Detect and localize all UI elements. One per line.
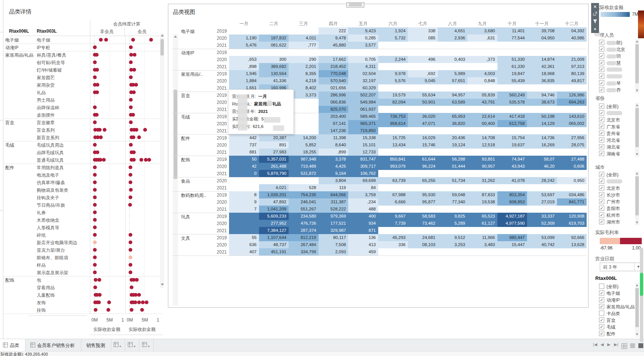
heatmap-cell[interactable] [497,106,527,113]
heatmap-cell[interactable]: 9,512 [438,234,468,241]
heatmap-cell[interactable]: 551,267 [289,206,319,213]
checkbox-icon[interactable]: ✓ [599,74,604,79]
data-dot[interactable] [131,38,135,42]
data-dot[interactable] [130,285,133,289]
heatmap-cell[interactable] [408,149,438,156]
data-dot[interactable] [94,278,97,282]
filter-item[interactable]: ✓ 湖州市 [595,218,640,225]
prev-record-icon[interactable]: ◀ [601,342,604,347]
data-dot[interactable] [93,255,97,259]
checkbox-icon[interactable]: ✓ [599,67,604,72]
data-dot[interactable] [93,225,97,229]
last-record-icon[interactable]: ▶| [614,342,618,347]
heatmap-cell[interactable]: 27,488 [557,156,587,163]
filter-item[interactable]: ✓ 北京 [595,46,640,53]
heatmap-cell[interactable] [229,227,259,234]
heatmap-cell[interactable]: 69,699 [348,177,378,184]
presentation-view-icon[interactable] [638,343,643,348]
heatmap-cell[interactable] [557,84,587,92]
heatmap-cell[interactable] [527,42,557,49]
heatmap-cell[interactable] [229,220,259,227]
heatmap-cell[interactable]: 63,739 [378,177,408,184]
heatmap-cell[interactable]: 16,029 [408,134,438,141]
heatmap-cell[interactable]: 39,708 [527,27,557,35]
heatmap-cell[interactable]: 94,746 [527,92,557,99]
left-panel-scrollbar[interactable] [160,33,164,288]
heatmap-cell[interactable]: 9,478 [319,35,349,42]
data-dot[interactable] [129,255,132,259]
heatmap-cell[interactable]: 0,285 [348,35,378,42]
heatmap-cell[interactable] [438,106,468,113]
checkbox-icon[interactable]: ✓ [599,87,604,92]
heatmap-cell[interactable]: 53,099 [527,234,557,241]
data-dot[interactable] [135,278,139,282]
heatmap-cell[interactable]: 891 [259,141,289,149]
data-dot[interactable] [130,308,133,312]
heatmap-cell[interactable]: 42,361 [527,63,557,70]
heatmap-cell[interactable]: ,777 [289,42,319,49]
data-dot[interactable] [93,188,97,192]
data-dot[interactable] [96,83,99,87]
heatmap-cell[interactable] [229,184,259,191]
heatmap-cell[interactable]: 17,662 [319,56,349,63]
filter-item[interactable]: ✓ 湖北省 [595,143,640,150]
heatmap-cell[interactable]: 442 [229,134,259,141]
heatmap-cell[interactable] [438,149,468,156]
heatmap-cell[interactable]: 187,832 [259,35,289,42]
filter-item[interactable]: ✓ 广州市 [595,198,640,205]
heatmap-cell[interactable]: 5,476 [229,42,259,49]
heatmap-cell[interactable]: 528 [289,184,319,191]
page-scrollbar-thumb[interactable] [640,273,643,296]
heatmap-cell[interactable] [557,106,587,113]
data-dot[interactable] [95,90,99,94]
heatmap-cell[interactable] [467,248,497,255]
heatmap-cell[interactable]: 287,374 [289,227,319,234]
heatmap-cell[interactable] [378,227,408,234]
heatmap-cell[interactable]: 608,853 [497,198,527,206]
data-dot[interactable] [93,180,97,184]
heatmap-cell[interactable]: 73,462 [408,220,438,227]
heatmap-cell[interactable] [438,127,468,134]
data-dot[interactable] [129,188,133,192]
heatmap-cell[interactable]: 12,733 [348,149,378,156]
filter-item[interactable]: ✓ [595,73,640,80]
filter-item[interactable]: ✓ 北京市 [595,185,640,191]
heatmap-cell[interactable]: 15,101 [348,141,378,149]
heatmap-cell[interactable]: 531,872 [289,170,319,177]
filter-item[interactable]: ✓ 长沙市 [595,191,640,198]
heatmap-cell[interactable] [408,42,438,49]
data-dot[interactable] [103,128,106,132]
heatmap-cell[interactable] [557,127,587,134]
filter-item[interactable]: ✓ 广东省 [595,123,640,130]
heatmap-cell[interactable]: 9 [229,198,259,206]
heatmap-cell[interactable]: 11,398 [319,134,349,141]
date-filter-dropdown[interactable]: 前 3 年 ▼ [600,263,643,271]
heatmap-cell[interactable]: 3,804 [319,177,349,184]
heatmap-cell[interactable]: 400 [348,213,378,220]
heatmap-cell[interactable] [497,206,527,213]
heatmap-cell[interactable] [378,248,408,255]
heatmap-cell[interactable]: 8,640 [319,141,349,149]
heatmap-cell[interactable] [378,127,408,134]
heatmap-cell[interactable] [378,84,408,92]
data-dot[interactable] [93,195,97,199]
filter-item[interactable]: ✓ [595,66,640,73]
checkbox-icon[interactable]: ✓ [599,47,604,52]
data-dot[interactable] [93,45,97,49]
heatmap-cell[interactable] [438,63,468,70]
heatmap-cell[interactable] [259,27,289,35]
heatmap-cell[interactable]: 19,847 [497,70,527,77]
heatmap-cell[interactable]: 40,742 [527,241,557,248]
heatmap-cell[interactable]: 55,439 [497,77,527,84]
heatmap-cell[interactable]: 55 [229,234,259,241]
heatmap-cell[interactable]: ,234 [348,198,378,206]
data-dot[interactable] [96,150,99,154]
data-dot[interactable] [132,90,136,94]
heatmap-cell[interactable]: 329,987 [319,227,349,234]
heatmap-cell[interactable] [229,27,259,35]
heatmap-cell[interactable]: 126,986 [557,92,587,99]
heatmap-cell[interactable] [438,184,468,191]
filter-icon[interactable] [591,18,599,26]
heatmap-cell[interactable]: 1,041,209 [259,206,289,213]
data-dot[interactable] [135,128,138,132]
